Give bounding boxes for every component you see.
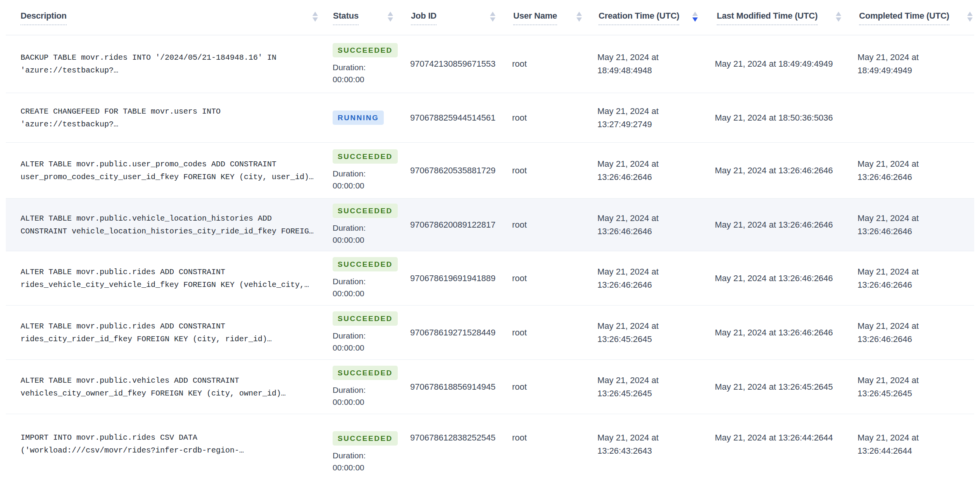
completed-time-cell: May 21, 2024 at 13:26:44:2644 (844, 414, 974, 501)
job-description-cell: ALTER TABLE movr.public.vehicle_location… (6, 199, 321, 251)
last-modified-time-value: May 21, 2024 at 13:26:46:2646 (715, 164, 844, 177)
job-description-link[interactable]: IMPORT INTO movr.public.rides CSV DATA (… (21, 431, 319, 457)
sort-arrows-icon[interactable] (312, 12, 318, 22)
user-name-cell: root (499, 306, 585, 359)
job-id-value: 970678620535881729 (410, 164, 499, 177)
duration-value: 00:00:00 (333, 287, 364, 299)
completed-time-value: May 21, 2024 at 13:26:46:2646 (858, 265, 943, 292)
column-header-status[interactable]: Status (321, 0, 397, 35)
table-row: ALTER TABLE movr.public.rides ADD CONSTR… (6, 251, 974, 306)
creation-time-value: May 21, 2024 at 13:26:45:2645 (597, 320, 683, 346)
job-description-link[interactable]: CREATE CHANGEFEED FOR TABLE movr.users I… (21, 105, 319, 131)
job-id-cell: 970742130859671553 (397, 35, 499, 93)
job-id-value: 970678612838252545 (410, 431, 499, 444)
job-description-link[interactable]: ALTER TABLE movr.public.vehicle_location… (21, 212, 319, 238)
completed-time-value: May 21, 2024 at 13:26:46:2646 (858, 212, 943, 238)
user-name-value: root (512, 164, 585, 177)
job-description-cell: IMPORT INTO movr.public.rides CSV DATA (… (6, 414, 321, 501)
job-description-cell: ALTER TABLE movr.public.rides ADD CONSTR… (6, 251, 321, 305)
column-header-user-name[interactable]: User Name (499, 0, 585, 35)
job-id-cell: 970678619271528449 (397, 306, 499, 359)
job-description-link[interactable]: ALTER TABLE movr.public.rides ADD CONSTR… (21, 266, 319, 291)
job-id-value: 970678619271528449 (410, 326, 499, 339)
table-row: ALTER TABLE movr.public.vehicles ADD CON… (6, 360, 974, 414)
creation-time-value: May 21, 2024 at 13:26:46:2646 (597, 265, 683, 292)
last-modified-time-value: May 21, 2024 at 13:26:44:2644 (715, 431, 844, 444)
completed-time-value: May 21, 2024 at 13:26:46:2646 (858, 157, 943, 184)
job-description-link[interactable]: ALTER TABLE movr.public.vehicles ADD CON… (21, 374, 319, 400)
job-status-cell: SUCCEEDED Duration: 00:00:00 (321, 143, 397, 198)
duration-label: Duration: (333, 275, 366, 287)
status-badge: RUNNING (333, 111, 384, 125)
job-status-cell: SUCCEEDED Duration: 00:00:00 (321, 35, 397, 93)
column-title: User Name (513, 11, 557, 25)
job-id-cell: 970678825944514561 (397, 93, 499, 142)
completed-time-cell: May 21, 2024 at 13:26:46:2646 (844, 251, 974, 305)
duration-label: Duration: (333, 61, 366, 73)
job-id-value: 970678619691941889 (410, 272, 499, 285)
job-status-cell: SUCCEEDED Duration: 00:00:00 (321, 360, 397, 414)
completed-time-cell: May 21, 2024 at 13:26:46:2646 (844, 306, 974, 359)
column-title: Last Modified Time (UTC) (717, 11, 818, 25)
creation-time-cell: May 21, 2024 at 13:26:46:2646 (585, 143, 701, 198)
duration-value: 00:00:00 (333, 180, 364, 192)
user-name-value: root (512, 218, 585, 231)
job-description-link[interactable]: ALTER TABLE movr.public.rides ADD CONSTR… (21, 320, 319, 346)
status-badge: SUCCEEDED (333, 257, 398, 271)
job-id-cell: 970678618856914945 (397, 360, 499, 414)
last-modified-time-cell: May 21, 2024 at 13:26:46:2646 (701, 143, 844, 198)
user-name-cell: root (499, 35, 585, 93)
user-name-value: root (512, 380, 585, 394)
jobs-table-body: BACKUP TABLE movr.rides INTO '/2024/05/2… (6, 35, 974, 501)
last-modified-time-value: May 21, 2024 at 18:49:49:4949 (715, 57, 844, 71)
last-modified-time-value: May 21, 2024 at 13:26:46:2646 (715, 218, 844, 231)
creation-time-cell: May 21, 2024 at 13:26:43:2643 (585, 414, 701, 501)
last-modified-time-cell: May 21, 2024 at 13:26:46:2646 (701, 199, 844, 251)
table-row: ALTER TABLE movr.public.user_promo_codes… (6, 143, 974, 199)
column-title: Completed Time (UTC) (859, 11, 949, 25)
duration-value: 00:00:00 (333, 234, 364, 246)
status-badge: SUCCEEDED (333, 311, 398, 326)
job-id-cell: 970678620535881729 (397, 143, 499, 198)
job-status-cell: RUNNING (321, 93, 397, 142)
last-modified-time-value: May 21, 2024 at 13:26:46:2646 (715, 272, 844, 285)
sort-arrows-icon[interactable] (836, 12, 841, 22)
job-status-cell: SUCCEEDED Duration: 00:00:00 (321, 414, 397, 501)
sort-arrows-icon[interactable] (490, 12, 495, 22)
sort-arrows-icon[interactable] (967, 12, 973, 22)
sort-arrows-icon[interactable] (388, 12, 393, 22)
last-modified-time-cell: May 21, 2024 at 13:26:46:2646 (701, 306, 844, 359)
creation-time-value: May 21, 2024 at 13:26:45:2645 (597, 374, 683, 400)
user-name-cell: root (499, 251, 585, 305)
sort-arrows-icon[interactable] (576, 12, 582, 22)
sort-arrows-icon[interactable] (692, 12, 698, 22)
creation-time-cell: May 21, 2024 at 13:27:49:2749 (585, 93, 701, 142)
last-modified-time-cell: May 21, 2024 at 18:49:49:4949 (701, 35, 844, 93)
column-header-completed-time[interactable]: Completed Time (UTC) (844, 0, 974, 35)
last-modified-time-cell: May 21, 2024 at 13:26:44:2644 (701, 414, 844, 501)
column-header-creation-time[interactable]: Creation Time (UTC) (585, 0, 701, 35)
table-row: CREATE CHANGEFEED FOR TABLE movr.users I… (6, 93, 974, 143)
user-name-value: root (512, 272, 585, 285)
column-header-job-id[interactable]: Job ID (397, 0, 499, 35)
creation-time-value: May 21, 2024 at 13:26:46:2646 (597, 157, 683, 184)
column-header-description[interactable]: Description (6, 0, 321, 35)
duration-label: Duration: (333, 222, 366, 234)
jobs-table: Description Status Job ID User Name Crea… (6, 0, 974, 501)
table-row: BACKUP TABLE movr.rides INTO '/2024/05/2… (6, 35, 974, 93)
user-name-cell: root (499, 93, 585, 142)
user-name-cell: root (499, 199, 585, 251)
creation-time-value: May 21, 2024 at 13:26:43:2643 (597, 431, 683, 458)
duration-value: 00:00:00 (333, 461, 364, 473)
completed-time-cell: May 21, 2024 at 18:49:49:4949 (844, 35, 974, 93)
user-name-value: root (512, 326, 585, 339)
job-description-link[interactable]: BACKUP TABLE movr.rides INTO '/2024/05/2… (21, 51, 319, 77)
completed-time-value: May 21, 2024 at 13:26:45:2645 (858, 374, 943, 400)
last-modified-time-value: May 21, 2024 at 18:50:36:5036 (715, 111, 844, 124)
column-header-last-modified-time[interactable]: Last Modified Time (UTC) (701, 0, 844, 35)
creation-time-value: May 21, 2024 at 13:27:49:2749 (597, 105, 683, 131)
last-modified-time-value: May 21, 2024 at 13:26:45:2645 (715, 380, 844, 394)
last-modified-time-value: May 21, 2024 at 13:26:46:2646 (715, 326, 844, 339)
job-description-link[interactable]: ALTER TABLE movr.public.user_promo_codes… (21, 158, 319, 183)
completed-time-cell: May 21, 2024 at 13:26:45:2645 (844, 360, 974, 414)
